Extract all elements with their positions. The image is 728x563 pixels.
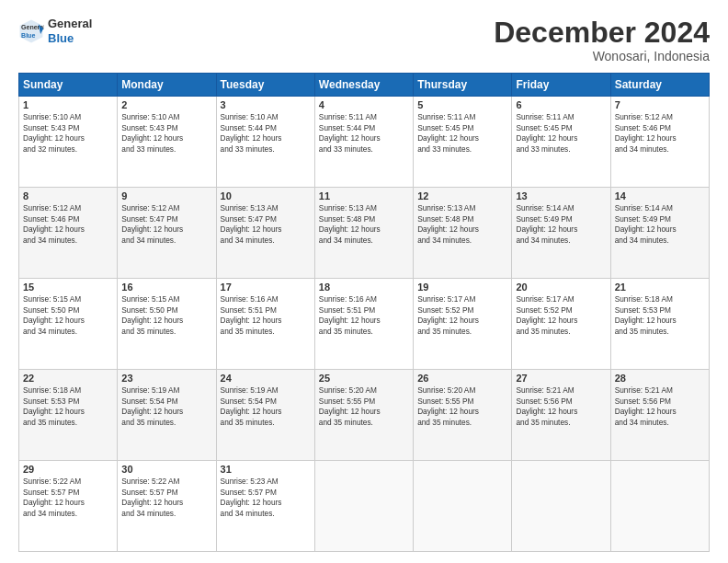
day-header-saturday: Saturday (610, 74, 709, 97)
day-number: 8 (23, 190, 113, 201)
day-number: 6 (516, 99, 606, 110)
calendar-cell: 25Sunrise: 5:20 AMSunset: 5:55 PMDayligh… (314, 370, 413, 461)
cell-content: Sunrise: 5:11 AMSunset: 5:44 PMDaylight:… (319, 112, 409, 155)
cell-content: Sunrise: 5:15 AMSunset: 5:50 PMDaylight:… (121, 294, 211, 337)
day-number: 28 (615, 373, 705, 384)
calendar-cell: 1Sunrise: 5:10 AMSunset: 5:43 PMDaylight… (19, 97, 118, 188)
day-number: 11 (319, 190, 409, 201)
calendar-cell (314, 461, 413, 552)
calendar-cell: 16Sunrise: 5:15 AMSunset: 5:50 PMDayligh… (118, 279, 216, 370)
cell-content: Sunrise: 5:12 AMSunset: 5:46 PMDaylight:… (615, 112, 705, 155)
day-header-thursday: Thursday (414, 74, 512, 97)
cell-content: Sunrise: 5:14 AMSunset: 5:49 PMDaylight:… (615, 203, 705, 246)
cell-content: Sunrise: 5:13 AMSunset: 5:47 PMDaylight:… (221, 203, 311, 246)
day-number: 17 (221, 282, 311, 293)
cell-content: Sunrise: 5:13 AMSunset: 5:48 PMDaylight:… (319, 203, 409, 246)
calendar-cell: 13Sunrise: 5:14 AMSunset: 5:49 PMDayligh… (512, 188, 610, 279)
calendar-cell: 31Sunrise: 5:23 AMSunset: 5:57 PMDayligh… (216, 461, 314, 552)
calendar-cell: 28Sunrise: 5:21 AMSunset: 5:56 PMDayligh… (610, 370, 709, 461)
cell-content: Sunrise: 5:18 AMSunset: 5:53 PMDaylight:… (23, 385, 113, 428)
calendar-cell: 15Sunrise: 5:15 AMSunset: 5:50 PMDayligh… (19, 279, 118, 370)
calendar-cell: 6Sunrise: 5:11 AMSunset: 5:45 PMDaylight… (512, 97, 610, 188)
calendar-cell: 3Sunrise: 5:10 AMSunset: 5:44 PMDaylight… (216, 97, 314, 188)
day-number: 12 (417, 190, 507, 201)
day-number: 29 (23, 464, 113, 475)
cell-content: Sunrise: 5:10 AMSunset: 5:43 PMDaylight:… (121, 112, 211, 155)
cell-content: Sunrise: 5:21 AMSunset: 5:56 PMDaylight:… (615, 385, 705, 428)
page: General Blue General Blue December 2024 … (0, 0, 728, 563)
location: Wonosari, Indonesia (494, 49, 710, 63)
day-number: 25 (319, 373, 409, 384)
cell-content: Sunrise: 5:23 AMSunset: 5:57 PMDaylight:… (221, 477, 311, 519)
day-number: 21 (615, 282, 705, 293)
day-number: 20 (516, 282, 606, 293)
calendar-cell: 29Sunrise: 5:22 AMSunset: 5:57 PMDayligh… (19, 461, 118, 552)
day-number: 9 (121, 190, 211, 201)
day-header-sunday: Sunday (19, 74, 118, 97)
day-header-wednesday: Wednesday (314, 74, 413, 97)
cell-content: Sunrise: 5:10 AMSunset: 5:43 PMDaylight:… (23, 112, 113, 155)
day-number: 18 (319, 282, 409, 293)
month-year: December 2024 (494, 17, 710, 49)
cell-content: Sunrise: 5:13 AMSunset: 5:48 PMDaylight:… (417, 203, 507, 246)
svg-marker-0 (20, 19, 43, 42)
calendar-cell (512, 461, 610, 552)
calendar-cell: 5Sunrise: 5:11 AMSunset: 5:45 PMDaylight… (414, 97, 512, 188)
logo: General Blue General Blue (18, 17, 92, 45)
day-number: 4 (319, 99, 409, 110)
cell-content: Sunrise: 5:19 AMSunset: 5:54 PMDaylight:… (121, 385, 211, 428)
day-number: 1 (23, 99, 113, 110)
cell-content: Sunrise: 5:18 AMSunset: 5:53 PMDaylight:… (615, 294, 705, 337)
calendar-cell: 2Sunrise: 5:10 AMSunset: 5:43 PMDaylight… (118, 97, 216, 188)
cell-content: Sunrise: 5:12 AMSunset: 5:47 PMDaylight:… (121, 203, 211, 246)
calendar-cell: 7Sunrise: 5:12 AMSunset: 5:46 PMDaylight… (610, 97, 709, 188)
cell-content: Sunrise: 5:11 AMSunset: 5:45 PMDaylight:… (417, 112, 507, 155)
cell-content: Sunrise: 5:15 AMSunset: 5:50 PMDaylight:… (23, 294, 113, 337)
day-number: 2 (121, 99, 211, 110)
calendar-cell: 27Sunrise: 5:21 AMSunset: 5:56 PMDayligh… (512, 370, 610, 461)
logo-blue-text: Blue (48, 31, 74, 45)
day-number: 24 (221, 373, 311, 384)
calendar-cell: 11Sunrise: 5:13 AMSunset: 5:48 PMDayligh… (314, 188, 413, 279)
calendar-cell (610, 461, 709, 552)
day-number: 3 (221, 99, 311, 110)
day-number: 13 (516, 190, 606, 201)
day-number: 16 (121, 282, 211, 293)
cell-content: Sunrise: 5:10 AMSunset: 5:44 PMDaylight:… (221, 112, 311, 155)
day-number: 10 (221, 190, 311, 201)
calendar-week-4: 22Sunrise: 5:18 AMSunset: 5:53 PMDayligh… (19, 370, 710, 461)
day-number: 31 (221, 464, 311, 475)
day-header-friday: Friday (512, 74, 610, 97)
cell-content: Sunrise: 5:22 AMSunset: 5:57 PMDaylight:… (121, 477, 211, 519)
day-number: 7 (615, 99, 705, 110)
day-number: 30 (121, 464, 211, 475)
calendar-cell: 20Sunrise: 5:17 AMSunset: 5:52 PMDayligh… (512, 279, 610, 370)
cell-content: Sunrise: 5:11 AMSunset: 5:45 PMDaylight:… (516, 112, 606, 155)
day-number: 22 (23, 373, 113, 384)
cell-content: Sunrise: 5:12 AMSunset: 5:46 PMDaylight:… (23, 203, 113, 246)
calendar-cell: 21Sunrise: 5:18 AMSunset: 5:53 PMDayligh… (610, 279, 709, 370)
calendar-cell: 24Sunrise: 5:19 AMSunset: 5:54 PMDayligh… (216, 370, 314, 461)
cell-content: Sunrise: 5:16 AMSunset: 5:51 PMDaylight:… (221, 294, 311, 337)
calendar-cell: 10Sunrise: 5:13 AMSunset: 5:47 PMDayligh… (216, 188, 314, 279)
cell-content: Sunrise: 5:22 AMSunset: 5:57 PMDaylight:… (23, 477, 113, 519)
calendar-cell: 26Sunrise: 5:20 AMSunset: 5:55 PMDayligh… (414, 370, 512, 461)
calendar-cell (414, 461, 512, 552)
cell-content: Sunrise: 5:17 AMSunset: 5:52 PMDaylight:… (516, 294, 606, 337)
calendar-cell: 18Sunrise: 5:16 AMSunset: 5:51 PMDayligh… (314, 279, 413, 370)
cell-content: Sunrise: 5:20 AMSunset: 5:55 PMDaylight:… (319, 385, 409, 428)
day-number: 27 (516, 373, 606, 384)
calendar-cell: 19Sunrise: 5:17 AMSunset: 5:52 PMDayligh… (414, 279, 512, 370)
calendar-cell: 4Sunrise: 5:11 AMSunset: 5:44 PMDaylight… (314, 97, 413, 188)
calendar-cell: 30Sunrise: 5:22 AMSunset: 5:57 PMDayligh… (118, 461, 216, 552)
calendar-cell: 23Sunrise: 5:19 AMSunset: 5:54 PMDayligh… (118, 370, 216, 461)
cell-content: Sunrise: 5:17 AMSunset: 5:52 PMDaylight:… (417, 294, 507, 337)
calendar-week-3: 15Sunrise: 5:15 AMSunset: 5:50 PMDayligh… (19, 279, 710, 370)
title-block: December 2024 Wonosari, Indonesia (494, 17, 710, 63)
cell-content: Sunrise: 5:16 AMSunset: 5:51 PMDaylight:… (319, 294, 409, 337)
day-number: 14 (615, 190, 705, 201)
calendar-cell: 12Sunrise: 5:13 AMSunset: 5:48 PMDayligh… (414, 188, 512, 279)
calendar-week-1: 1Sunrise: 5:10 AMSunset: 5:43 PMDaylight… (19, 97, 710, 188)
calendar-cell: 17Sunrise: 5:16 AMSunset: 5:51 PMDayligh… (216, 279, 314, 370)
calendar-week-5: 29Sunrise: 5:22 AMSunset: 5:57 PMDayligh… (19, 461, 710, 552)
